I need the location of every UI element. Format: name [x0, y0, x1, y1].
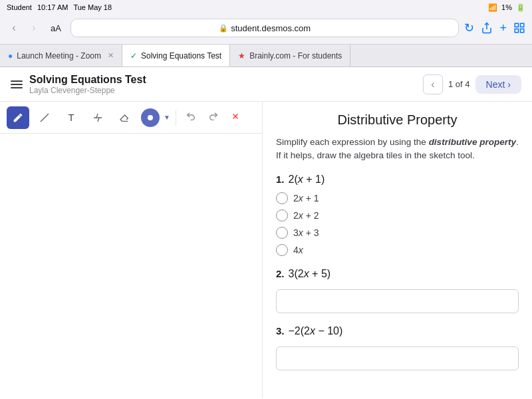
battery-indicator: 1% [501, 3, 512, 11]
q1-expr: 2(x + 1) [289, 174, 325, 186]
reader-mode-button[interactable]: aA [47, 22, 65, 35]
main-content: T ▼ [0, 102, 532, 398]
next-button-label: Next [486, 79, 505, 90]
q1-radio-2[interactable] [276, 209, 288, 221]
desmos-tab-icon: ✓ [130, 51, 137, 61]
address-url: student.desmos.com [231, 23, 311, 33]
brainly-tab-icon: ★ [238, 51, 245, 61]
tab-zoom[interactable]: ● Launch Meeting - Zoom ✕ [0, 45, 122, 66]
question-2: 2. 3(2x + 5) [276, 268, 519, 313]
q2-number: 2. [276, 268, 285, 279]
lock-icon: 🔒 [219, 24, 228, 33]
brainly-tab-label: Brainly.com - For students [249, 51, 342, 61]
q3-number: 3. [276, 325, 285, 336]
q1-radio-3[interactable] [276, 227, 288, 239]
zoom-tab-label: Launch Meeting - Zoom [17, 51, 101, 61]
battery-icon: 🔋 [516, 3, 525, 12]
app-name: Student [7, 3, 32, 11]
status-date: Tue May 18 [73, 3, 112, 11]
address-bar[interactable]: 🔒 student.desmos.com [70, 19, 460, 37]
svg-rect-4 [515, 29, 518, 33]
app-title: Solving Equations Test [29, 74, 146, 86]
clear-button[interactable] [227, 109, 244, 126]
tabs-bar: ● Launch Meeting - Zoom ✕ ✓ Solving Equa… [0, 45, 532, 67]
svg-rect-2 [521, 23, 524, 27]
text-tool[interactable]: T [60, 106, 82, 129]
forward-button[interactable]: › [27, 21, 41, 35]
q2-input[interactable] [276, 289, 519, 313]
svg-rect-1 [515, 23, 518, 27]
q1-option-3-text: 3x + 3 [293, 227, 319, 238]
tab-desmos[interactable]: ✓ Solving Equations Test [122, 45, 230, 66]
undo-button[interactable] [182, 108, 200, 126]
question-1: 1. 2(x + 1) 2x + 1 2x + 2 3x + 3 4x [276, 174, 519, 256]
zoom-tab-close[interactable]: ✕ [108, 51, 114, 60]
next-chevron-icon: › [507, 79, 511, 90]
q3-input[interactable] [276, 346, 519, 370]
q1-option-3[interactable]: 3x + 3 [276, 227, 519, 239]
share-button[interactable] [481, 22, 493, 34]
svg-line-5 [41, 114, 49, 122]
reload-button[interactable]: ↻ [464, 21, 474, 35]
toolbar: T ▼ [0, 102, 262, 134]
app-header: Solving Equations Test Layla Clevenger-S… [0, 67, 532, 102]
sketch-panel: T ▼ [0, 102, 263, 398]
section-title: Distributive Property [276, 112, 519, 128]
next-button[interactable]: Next › [475, 75, 521, 94]
color-picker[interactable] [141, 108, 160, 127]
zoom-tab-icon: ● [8, 51, 13, 61]
q1-option-4-text: 4x [293, 245, 303, 255]
text-tool-label: T [68, 112, 74, 123]
pen-tool[interactable] [7, 106, 29, 129]
q1-option-1[interactable]: 2x + 1 [276, 192, 519, 204]
svg-point-6 [148, 115, 153, 120]
page-prev-button[interactable]: ‹ [423, 74, 443, 94]
q1-number: 1. [276, 174, 285, 185]
q3-expr: −2(2x − 10) [289, 325, 343, 337]
q1-radio-1[interactable] [276, 192, 288, 204]
color-picker-arrow: ▼ [164, 114, 170, 121]
instructions: Simplify each expression by using the di… [276, 136, 519, 163]
math-tool[interactable] [86, 106, 109, 129]
redo-button[interactable] [204, 108, 223, 126]
desmos-tab-label: Solving Equations Test [141, 51, 221, 61]
svg-rect-3 [521, 29, 524, 33]
status-bar: Student 10:17 AM Tue May 18 📶 1% 🔋 [0, 0, 532, 15]
menu-button[interactable] [11, 80, 23, 88]
q1-option-1-text: 2x + 1 [293, 193, 319, 203]
toolbar-separator [176, 110, 176, 126]
q1-option-2-text: 2x + 2 [293, 210, 319, 221]
q1-option-4[interactable]: 4x [276, 244, 519, 256]
page-indicator: 1 of 4 [448, 79, 470, 89]
tab-brainly[interactable]: ★ Brainly.com - For students [230, 45, 350, 66]
q2-expr: 3(2x + 5) [289, 268, 331, 280]
tabs-button[interactable] [513, 22, 525, 34]
app-subtitle: Layla Clevenger-Steppe [29, 86, 146, 95]
wifi-icon: 📶 [488, 3, 497, 12]
questions-panel: Distributive Property Simplify each expr… [263, 102, 532, 398]
eraser-tool[interactable] [113, 106, 136, 129]
add-tab-button[interactable]: + [499, 21, 507, 35]
q1-radio-4[interactable] [276, 244, 288, 256]
status-time: 10:17 AM [37, 3, 68, 11]
header-title-block: Solving Equations Test Layla Clevenger-S… [29, 74, 146, 95]
browser-chrome: ‹ › aA 🔒 student.desmos.com ↻ + [0, 15, 532, 45]
line-tool[interactable] [33, 106, 56, 129]
back-button[interactable]: ‹ [7, 21, 21, 35]
sketch-area[interactable] [0, 134, 262, 398]
q1-option-2[interactable]: 2x + 2 [276, 209, 519, 221]
question-3: 3. −2(2x − 10) [276, 325, 519, 370]
